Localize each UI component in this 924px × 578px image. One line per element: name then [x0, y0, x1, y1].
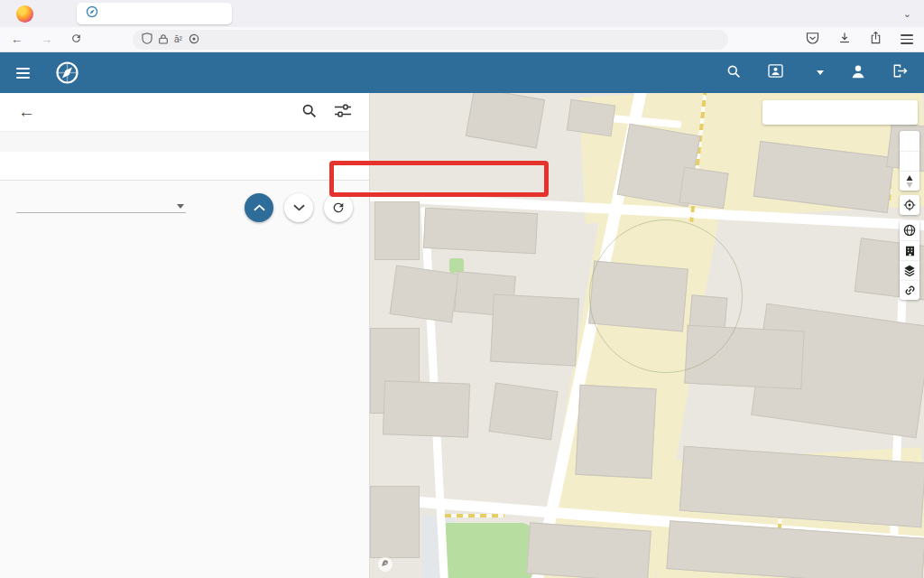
lock-icon[interactable] [159, 32, 168, 48]
map-park [446, 523, 532, 578]
compass-icon [55, 61, 79, 85]
order-by-select[interactable] [16, 201, 186, 213]
pocket-icon[interactable] [806, 32, 819, 48]
mapbox-logo[interactable] [377, 556, 397, 573]
task-tabs [0, 152, 369, 181]
tasks-panel: ← [0, 93, 370, 578]
sort-ascending-button[interactable] [245, 193, 273, 222]
permissions-icon[interactable]: ā² [174, 34, 182, 44]
map-building [423, 208, 538, 254]
downloads-icon[interactable] [838, 32, 851, 48]
app-menu-icon[interactable] [901, 34, 913, 44]
chevron-down-icon [817, 70, 824, 75]
inbox-icon[interactable] [768, 64, 783, 81]
map-cycle-path [445, 514, 504, 517]
map-building [679, 167, 728, 210]
site-favicon [86, 5, 98, 22]
mcm-logo[interactable] [53, 61, 81, 85]
annotation-highlight-box [329, 161, 549, 197]
map-building [466, 93, 545, 149]
map-building [575, 385, 656, 479]
zoom-out-button[interactable] [900, 151, 919, 171]
map-building [390, 265, 459, 322]
map-building [374, 201, 420, 260]
browser-chrome: ⌄ ← → ā² [0, 0, 924, 52]
map-building [489, 382, 559, 440]
map-building [526, 522, 651, 578]
location-permission-icon[interactable] [189, 32, 199, 48]
zoom-in-button[interactable] [900, 131, 919, 151]
reload-icon[interactable] [70, 33, 82, 47]
link-button[interactable] [900, 280, 919, 300]
browser-tab[interactable] [77, 3, 232, 24]
layers-button[interactable] [900, 260, 919, 280]
navbar-search-icon[interactable] [726, 64, 741, 82]
map-building [490, 294, 579, 367]
forward-icon[interactable]: → [41, 33, 52, 46]
url-field[interactable]: ā² [133, 30, 728, 50]
locate-control[interactable] [900, 195, 919, 215]
map-zoom-controls [900, 131, 919, 191]
globe-button[interactable] [900, 220, 919, 240]
language-selector[interactable] [810, 70, 824, 75]
locate-icon [900, 195, 919, 215]
list-tabs-chevron-icon[interactable]: ⌄ [903, 8, 911, 20]
map-building [370, 486, 420, 558]
chevron-down-icon [177, 204, 184, 209]
map-building [567, 99, 615, 137]
buildings-3d-button[interactable] [900, 240, 919, 260]
task-radius-circle [589, 219, 743, 373]
map-park [449, 258, 464, 273]
account-icon[interactable] [851, 64, 865, 82]
compass-control[interactable] [900, 171, 919, 191]
back-icon[interactable]: ← [11, 33, 23, 46]
map-search-input[interactable] [762, 100, 918, 125]
mapbox-circle-icon [377, 556, 393, 573]
browser-tab-bar: ⌄ [0, 0, 924, 27]
refresh-button[interactable] [324, 193, 353, 222]
filter-tune-icon[interactable] [335, 104, 351, 121]
sort-descending-button[interactable] [284, 193, 313, 222]
app-navbar [0, 52, 924, 93]
share-page-icon[interactable] [870, 32, 882, 48]
sidebar-menu-icon[interactable] [16, 68, 30, 79]
logout-icon[interactable] [892, 64, 908, 81]
url-bar: ← → ā² [0, 27, 924, 52]
tasks-search-icon[interactable] [301, 103, 317, 122]
map-building [383, 380, 470, 437]
breadcrumb [0, 131, 369, 152]
back-arrow-button[interactable]: ← [18, 102, 35, 122]
map-layer-controls [900, 220, 919, 300]
firefox-icon[interactable] [16, 5, 33, 23]
shield-icon[interactable] [142, 32, 152, 48]
